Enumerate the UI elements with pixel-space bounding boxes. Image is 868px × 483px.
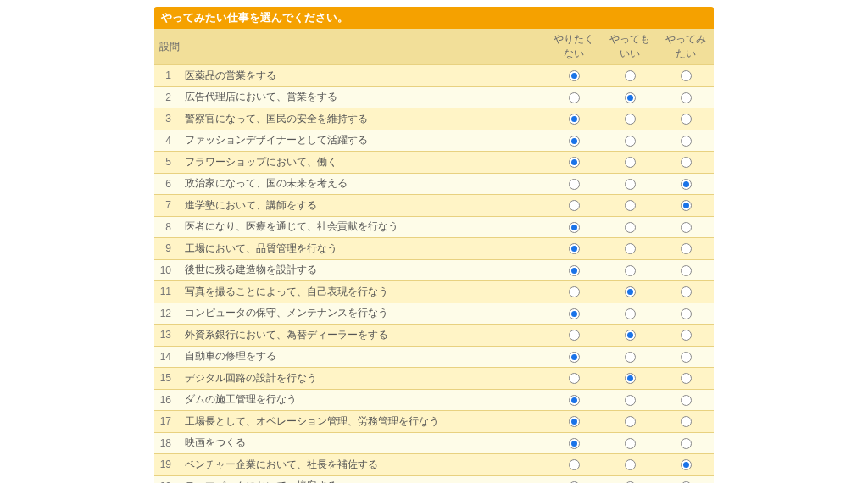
radio-option-1[interactable] <box>569 308 580 319</box>
radio-option-1[interactable] <box>569 286 580 297</box>
table-row: 12コンピュータの保守、メンテナンスを行なう <box>154 303 714 325</box>
radio-option-1[interactable] <box>569 222 580 233</box>
radio-option-2[interactable] <box>625 373 636 384</box>
row-number: 19 <box>154 454 180 476</box>
radio-option-1[interactable] <box>569 265 580 276</box>
radio-option-2[interactable] <box>625 70 636 81</box>
radio-option-3[interactable] <box>681 179 692 190</box>
radio-option-2[interactable] <box>625 286 636 297</box>
radio-option-3[interactable] <box>681 308 692 319</box>
radio-cell <box>546 368 602 390</box>
radio-cell <box>602 65 658 87</box>
radio-option-3[interactable] <box>681 200 692 211</box>
radio-cell <box>658 173 714 195</box>
question-text: ダムの施工管理を行なう <box>180 389 546 411</box>
radio-option-3[interactable] <box>681 92 692 103</box>
radio-option-2[interactable] <box>625 243 636 254</box>
radio-option-3[interactable] <box>681 330 692 341</box>
table-row: 10後世に残る建造物を設計する <box>154 259 714 281</box>
question-text: 写真を撮ることによって、自己表現を行なう <box>180 281 546 303</box>
table-row: 16ダムの施工管理を行なう <box>154 389 714 411</box>
radio-cell <box>658 389 714 411</box>
radio-option-2[interactable] <box>625 92 636 103</box>
radio-option-2[interactable] <box>625 157 636 168</box>
radio-cell <box>658 216 714 238</box>
radio-option-3[interactable] <box>681 70 692 81</box>
radio-option-3[interactable] <box>681 459 692 470</box>
row-number: 15 <box>154 368 180 390</box>
radio-option-2[interactable] <box>625 416 636 427</box>
radio-cell <box>658 108 714 130</box>
radio-option-3[interactable] <box>681 114 692 125</box>
radio-cell <box>546 108 602 130</box>
radio-option-2[interactable] <box>625 222 636 233</box>
table-row: 7進学塾において、講師をする <box>154 195 714 217</box>
radio-option-2[interactable] <box>625 395 636 406</box>
radio-option-3[interactable] <box>681 265 692 276</box>
radio-option-2[interactable] <box>625 136 636 147</box>
radio-option-1[interactable] <box>569 157 580 168</box>
radio-option-2[interactable] <box>625 179 636 190</box>
radio-cell <box>602 411 658 433</box>
radio-option-3[interactable] <box>681 136 692 147</box>
radio-option-1[interactable] <box>569 438 580 449</box>
radio-option-1[interactable] <box>569 330 580 341</box>
radio-option-3[interactable] <box>681 373 692 384</box>
radio-option-1[interactable] <box>569 179 580 190</box>
radio-option-2[interactable] <box>625 308 636 319</box>
radio-option-1[interactable] <box>569 114 580 125</box>
radio-cell <box>546 216 602 238</box>
question-text: 映画をつくる <box>180 432 546 454</box>
radio-cell <box>546 389 602 411</box>
radio-option-2[interactable] <box>625 265 636 276</box>
question-table: 設問 やりたくない やってもいい やってみたい 1医薬品の営業をする2広告代理店… <box>154 29 714 483</box>
radio-cell <box>546 411 602 433</box>
radio-option-1[interactable] <box>569 70 580 81</box>
radio-option-2[interactable] <box>625 459 636 470</box>
radio-option-2[interactable] <box>625 114 636 125</box>
radio-option-1[interactable] <box>569 416 580 427</box>
question-text: テーマパークにおいて、接客する <box>180 475 546 483</box>
question-text: 自動車の修理をする <box>180 346 546 368</box>
col-opt3: やってみたい <box>658 29 714 65</box>
radio-option-1[interactable] <box>569 136 580 147</box>
radio-option-1[interactable] <box>569 459 580 470</box>
col-opt1: やりたくない <box>546 29 602 65</box>
radio-option-1[interactable] <box>569 373 580 384</box>
radio-cell <box>546 454 602 476</box>
radio-cell <box>658 325 714 347</box>
radio-option-2[interactable] <box>625 330 636 341</box>
radio-cell <box>546 281 602 303</box>
radio-option-1[interactable] <box>569 200 580 211</box>
row-number: 16 <box>154 389 180 411</box>
radio-option-1[interactable] <box>569 395 580 406</box>
radio-cell <box>546 432 602 454</box>
radio-option-3[interactable] <box>681 438 692 449</box>
row-number: 13 <box>154 325 180 347</box>
radio-option-3[interactable] <box>681 395 692 406</box>
radio-option-3[interactable] <box>681 416 692 427</box>
radio-option-3[interactable] <box>681 286 692 297</box>
radio-cell <box>546 325 602 347</box>
radio-cell <box>546 475 602 483</box>
row-number: 10 <box>154 259 180 281</box>
radio-option-1[interactable] <box>569 243 580 254</box>
question-text: 医者になり、医療を通じて、社会貢献を行なう <box>180 216 546 238</box>
radio-option-2[interactable] <box>625 438 636 449</box>
radio-option-2[interactable] <box>625 352 636 363</box>
radio-option-3[interactable] <box>681 222 692 233</box>
row-number: 5 <box>154 152 180 174</box>
radio-option-1[interactable] <box>569 92 580 103</box>
radio-cell <box>658 65 714 87</box>
radio-option-3[interactable] <box>681 243 692 254</box>
table-row: 9工場において、品質管理を行なう <box>154 238 714 260</box>
radio-option-3[interactable] <box>681 352 692 363</box>
row-number: 14 <box>154 346 180 368</box>
row-number: 7 <box>154 195 180 217</box>
radio-option-1[interactable] <box>569 352 580 363</box>
radio-option-3[interactable] <box>681 157 692 168</box>
question-text: 政治家になって、国の未来を考える <box>180 173 546 195</box>
table-row: 4ファッションデザイナーとして活躍する <box>154 130 714 152</box>
radio-option-2[interactable] <box>625 200 636 211</box>
question-text: ベンチャー企業において、社長を補佐する <box>180 454 546 476</box>
